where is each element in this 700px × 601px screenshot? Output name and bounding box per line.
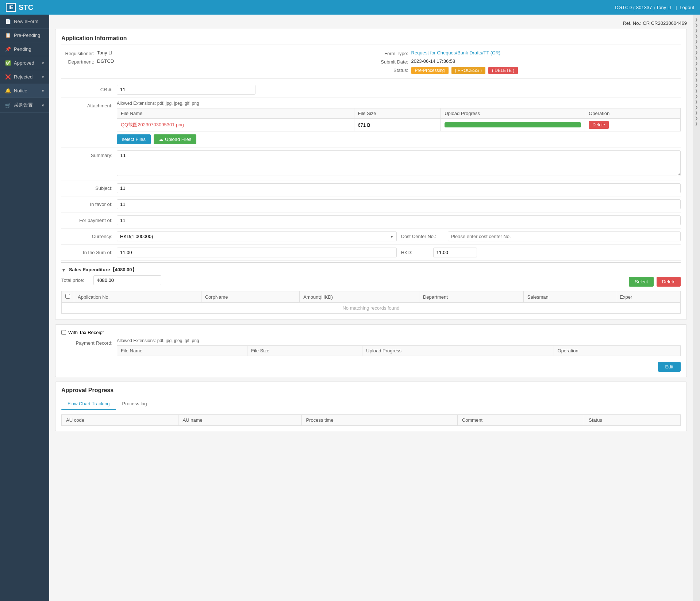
status-preproc-badge: Pre-Processing: [411, 67, 449, 74]
right-chevron-3[interactable]: ❯: [695, 28, 698, 32]
rejected-chevron-icon: ∨: [42, 75, 44, 79]
cost-center-input[interactable]: [448, 231, 681, 241]
right-chevron-13[interactable]: ❯: [695, 83, 698, 87]
sidebar-item-pending[interactable]: 📌 Pending: [0, 42, 49, 56]
cr-label: CR #:: [61, 85, 112, 92]
file-name-link[interactable]: QQ截图20230703095301.png: [121, 122, 184, 127]
sidebar-item-new-eform[interactable]: 📄 New eForm: [0, 15, 49, 28]
operation-header: Operation: [585, 108, 681, 119]
right-chevron-5[interactable]: ❯: [695, 39, 698, 43]
summary-textarea[interactable]: 11: [117, 150, 681, 176]
approval-tabs: Flow Chart Tracking Process log: [61, 398, 681, 410]
hkd-input[interactable]: [433, 248, 477, 257]
layout: 📄 New eForm 📋 Pre-Pending 📌 Pending ✅ Ap…: [0, 15, 700, 601]
right-chevron-14[interactable]: ❯: [695, 89, 698, 93]
sidebar-item-pre-pending[interactable]: 📋 Pre-Pending: [0, 28, 49, 42]
select-files-button[interactable]: select Files: [117, 134, 151, 144]
requisitioner-label: Requisitioner:: [61, 50, 94, 56]
summary-row: Summary: 11: [61, 148, 681, 180]
status-process-badge[interactable]: ( PROCESS ): [451, 67, 485, 74]
for-payment-row: For payment of:: [61, 213, 681, 229]
approval-table: AU code AU name Process time Comment Sta…: [61, 414, 681, 426]
sidebar-item-label: Notice: [14, 88, 27, 93]
notice-chevron-icon: ∨: [42, 89, 44, 93]
in-favor-input[interactable]: [117, 199, 681, 209]
file-delete-button[interactable]: Delete: [589, 121, 609, 129]
expenditure-select-button[interactable]: Select: [629, 277, 654, 287]
sidebar-item-notice[interactable]: 🔔 Notice ∨: [0, 84, 49, 98]
expenditure-data-table: Application No. CorpName Amount(HKD) Dep…: [61, 291, 681, 314]
right-chevron-11[interactable]: ❯: [695, 72, 698, 76]
status-header: Status: [584, 415, 681, 426]
right-chevron-20[interactable]: ❯: [695, 122, 698, 126]
for-payment-input[interactable]: [117, 215, 681, 225]
right-chevron-1[interactable]: ❯: [695, 18, 698, 22]
with-tax-row: With Tax Receipt: [61, 330, 681, 335]
sidebar-item-approved[interactable]: ✅ Approved ∨: [0, 56, 49, 70]
progress-bar-container: [445, 122, 581, 127]
logout-link[interactable]: Logout: [680, 5, 694, 10]
sum-input[interactable]: [117, 248, 397, 257]
select-all-checkbox[interactable]: [65, 294, 70, 299]
payment-record-content: Allowed Extensions: pdf, jpg, jpeg, gif,…: [117, 338, 681, 359]
right-chevron-17[interactable]: ❯: [695, 105, 698, 109]
attachment-row: Attachment: Allowed Extensions: pdf, jpg…: [61, 98, 681, 148]
cr-input[interactable]: [117, 85, 255, 95]
upload-files-label: Upload Files: [165, 137, 191, 142]
tab-process-log[interactable]: Process log: [116, 398, 153, 410]
payment-allowed-ext: Allowed Extensions: pdf, jpg, jpeg, gif,…: [117, 338, 681, 343]
requisitioner-value: Tony LI: [97, 50, 112, 55]
new-eform-icon: 📄: [5, 19, 11, 24]
total-price-label: Total price:: [61, 277, 91, 283]
approved-chevron-icon: ∨: [42, 61, 44, 65]
cost-center-label: Cost Center No.:: [401, 234, 445, 239]
right-chevron-9[interactable]: ❯: [695, 61, 698, 65]
sidebar-item-purchase-settings[interactable]: 🛒 采购设置 ∨: [0, 98, 49, 113]
status-badges: Pre-Processing ( PROCESS ) ( DELETE ): [411, 67, 518, 74]
right-chevron-15[interactable]: ❯: [695, 94, 698, 98]
subject-input[interactable]: [117, 183, 681, 193]
tab-flow-chart[interactable]: Flow Chart Tracking: [61, 398, 116, 410]
file-progress-cell: [441, 119, 585, 131]
in-favor-content: [117, 199, 681, 209]
comment-header: Comment: [457, 415, 584, 426]
right-chevron-16[interactable]: ❯: [695, 100, 698, 104]
currency-select[interactable]: HKD(1.000000): [117, 231, 397, 241]
attachment-content: Allowed Extensions: pdf, jpg, jpeg, gif,…: [117, 101, 681, 144]
summary-label: Summary:: [61, 150, 112, 158]
in-favor-row: In favor of:: [61, 196, 681, 213]
status-label: Status:: [376, 67, 408, 73]
sum-content: HKD:: [117, 248, 681, 257]
hkd-value-row: HKD:: [401, 248, 681, 257]
upload-files-button[interactable]: ☁ Upload Files: [154, 134, 196, 144]
sidebar-item-label: Pending: [14, 46, 31, 52]
right-chevron-4[interactable]: ❯: [695, 34, 698, 38]
app-info-right: Form Type: Request for Cheques/Bank Draf…: [376, 50, 681, 74]
file-size-header: File Size: [354, 108, 441, 119]
expenditure-delete-button[interactable]: Delete: [657, 277, 681, 287]
total-price-input[interactable]: [93, 275, 161, 285]
right-chevron-12[interactable]: ❯: [695, 78, 698, 82]
right-chevron-19[interactable]: ❯: [695, 116, 698, 120]
with-tax-checkbox[interactable]: [61, 330, 66, 335]
status-delete-badge[interactable]: ( DELETE ): [488, 67, 518, 74]
upload-icon: ☁: [159, 137, 164, 142]
process-time-header: Process time: [301, 415, 457, 426]
right-chevron-6[interactable]: ❯: [695, 45, 698, 49]
cost-center-row: Cost Center No.:: [401, 231, 681, 241]
app-info-grid: Requisitioner: Tony LI Department: DGTCD…: [61, 50, 681, 74]
right-chevron-18[interactable]: ❯: [695, 111, 698, 115]
right-chevron-2[interactable]: ❯: [695, 23, 698, 27]
app-info-title: Application Information: [61, 35, 681, 45]
app-info-left: Requisitioner: Tony LI Department: DGTCD: [61, 50, 367, 74]
purchase-icon: 🛒: [5, 103, 11, 108]
sidebar-item-rejected[interactable]: ❌ Rejected ∨: [0, 70, 49, 84]
right-chevron-8[interactable]: ❯: [695, 56, 698, 60]
logo: IE STC: [6, 3, 33, 12]
edit-button[interactable]: Edit: [658, 362, 681, 372]
for-payment-label: For payment of:: [61, 215, 112, 223]
right-chevron-7[interactable]: ❯: [695, 50, 698, 54]
right-chevron-10[interactable]: ❯: [695, 67, 698, 71]
purchase-chevron-icon: ∨: [42, 103, 44, 107]
in-favor-label: In favor of:: [61, 199, 112, 207]
